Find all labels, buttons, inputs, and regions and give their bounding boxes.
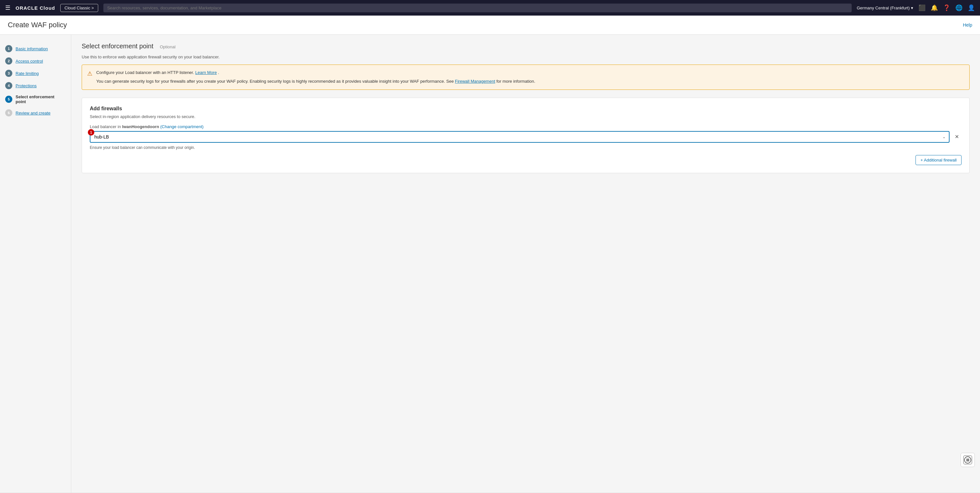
warning-line1-before: Configure your Load balancer with an HTT… — [96, 70, 194, 75]
search-input[interactable] — [103, 3, 852, 12]
svg-rect-3 — [967, 459, 968, 459]
section-description: Use this to enforce web application fire… — [82, 54, 970, 59]
add-firewall-button[interactable]: + Additional firewall — [915, 155, 961, 165]
svg-rect-7 — [968, 459, 969, 461]
lb-select[interactable]: hub-LB — [91, 132, 949, 142]
help-icon[interactable]: ❓ — [943, 4, 950, 11]
sidebar-label-enforcement-point: Select enforcement point — [16, 94, 66, 104]
sidebar: 1 Basic information 2 Access control 3 R… — [0, 35, 71, 493]
content-section-title: Select enforcement point — [82, 43, 153, 50]
lb-select-row: 1 hub-LB ⌄ ✕ — [90, 131, 961, 143]
warning-icon: ⚠ — [87, 70, 92, 85]
sidebar-link-review-create[interactable]: Review and create — [16, 111, 51, 115]
oracle-logo: ORACLE Cloud — [16, 5, 55, 11]
lb-select-wrapper: 1 hub-LB ⌄ — [90, 131, 950, 143]
sidebar-link-rate-limiting[interactable]: Rate limiting — [16, 71, 39, 76]
clear-selection-button[interactable]: ✕ — [952, 132, 961, 141]
sidebar-link-access-control[interactable]: Access control — [16, 59, 43, 64]
step-badge-4: 4 — [5, 82, 12, 89]
step-badge-1: 1 — [5, 45, 12, 52]
navbar: ☰ ORACLE Cloud Cloud Classic > Germany C… — [0, 0, 980, 16]
warning-line2-after: for more information. — [496, 79, 535, 84]
svg-rect-10 — [968, 461, 969, 461]
annotation-badge-1: 1 — [88, 129, 94, 136]
svg-rect-5 — [966, 459, 967, 461]
sidebar-item-rate-limiting[interactable]: 3 Rate limiting — [0, 67, 71, 80]
svg-rect-6 — [967, 459, 968, 461]
lb-compartment-name: IwanHoogendoorn — [122, 124, 159, 129]
sidebar-link-basic-information[interactable]: Basic information — [16, 46, 48, 51]
add-firewall-actions: + Additional firewall — [90, 155, 961, 165]
page-header: Create WAF policy Help — [0, 16, 980, 35]
help-link[interactable]: Help — [963, 22, 972, 27]
warning-text: Configure your Load balancer with an HTT… — [96, 69, 535, 85]
hamburger-icon[interactable]: ☰ — [5, 4, 10, 11]
add-firewalls-title: Add firewalls — [90, 106, 961, 112]
page-title: Create WAF policy — [8, 21, 67, 29]
svg-rect-8 — [966, 461, 967, 461]
sidebar-item-protections[interactable]: 4 Protections — [0, 80, 71, 92]
lb-label: Load balancer in IwanHoogendoorn (Change… — [90, 124, 961, 129]
globe-icon[interactable]: 🌐 — [955, 4, 963, 11]
region-selector[interactable]: Germany Central (Frankfurt) ▾ — [857, 5, 913, 10]
warning-line1-after: . — [218, 70, 220, 75]
warning-box: ⚠ Configure your Load balancer with an H… — [82, 65, 970, 90]
svg-rect-4 — [968, 459, 969, 459]
add-firewalls-card: Add firewalls Select in-region applicati… — [82, 97, 970, 173]
sidebar-item-basic-information[interactable]: 1 Basic information — [0, 43, 71, 55]
step-badge-6: 6 — [5, 109, 12, 116]
sidebar-link-protections[interactable]: Protections — [16, 83, 37, 88]
step-badge-5: 5 — [5, 96, 12, 103]
step-badge-3: 3 — [5, 70, 12, 77]
help-widget-icon — [963, 455, 972, 464]
sidebar-item-access-control[interactable]: 2 Access control — [0, 55, 71, 67]
code-icon[interactable]: ⬛ — [918, 4, 926, 11]
select-help-text: Ensure your load balancer can communicat… — [90, 145, 961, 150]
user-icon[interactable]: 👤 — [968, 4, 975, 11]
add-firewalls-desc: Select in-region application delivery re… — [90, 114, 961, 119]
firewall-mgmt-link[interactable]: Firewall Management — [455, 79, 495, 84]
help-widget[interactable] — [961, 453, 975, 467]
main-layout: 1 Basic information 2 Access control 3 R… — [0, 35, 980, 493]
optional-label: Optional — [160, 45, 175, 49]
cloud-classic-button[interactable]: Cloud Classic > — [60, 4, 98, 12]
navbar-right: Germany Central (Frankfurt) ▾ ⬛ 🔔 ❓ 🌐 👤 — [857, 4, 975, 11]
warning-line2: You can generate security logs for your … — [96, 79, 454, 84]
bell-icon[interactable]: 🔔 — [931, 4, 938, 11]
learn-more-link[interactable]: Learn More — [195, 70, 216, 75]
sidebar-item-review-create[interactable]: 6 Review and create — [0, 107, 71, 119]
step-badge-2: 2 — [5, 57, 12, 65]
svg-rect-2 — [966, 459, 967, 459]
main-content: Select enforcement point Optional Use th… — [71, 35, 980, 493]
sidebar-item-enforcement-point[interactable]: 5 Select enforcement point — [0, 92, 71, 107]
change-compartment-link[interactable]: (Change compartment) — [161, 124, 204, 129]
svg-rect-9 — [967, 461, 968, 461]
